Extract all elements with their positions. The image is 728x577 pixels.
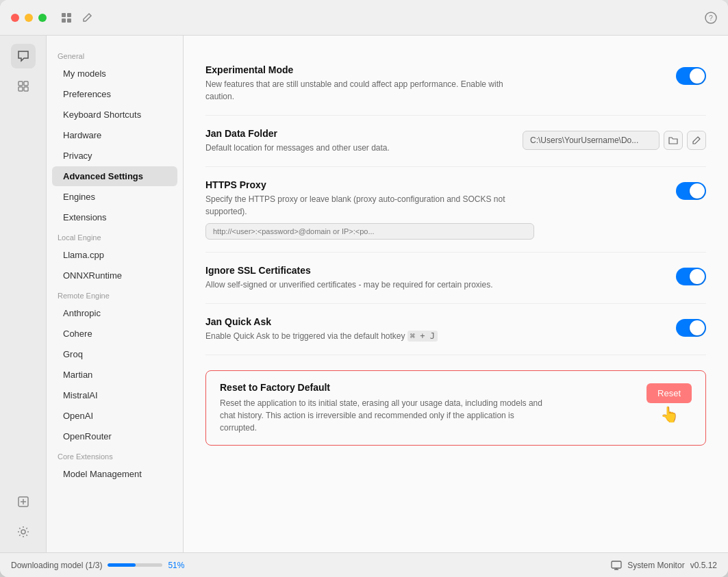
nav-item-keyboard-shortcuts[interactable]: Keyboard Shortcuts (52, 105, 177, 125)
reset-factory-button[interactable]: Reset (647, 383, 692, 403)
help-icon[interactable]: ? (705, 12, 717, 24)
https-proxy-control (676, 182, 706, 200)
content-area: Experimental Mode New features that are … (184, 36, 728, 552)
titlebar: ? (0, 0, 728, 36)
nav-item-my-models[interactable]: My models (52, 64, 177, 84)
svg-text:?: ? (709, 14, 713, 22)
close-button[interactable] (11, 14, 19, 22)
nav-item-privacy[interactable]: Privacy (52, 146, 177, 166)
svg-rect-0 (62, 13, 66, 17)
experimental-mode-info: Experimental Mode New features that are … (205, 64, 534, 103)
reset-factory-section: Reset to Factory Default Reset the appli… (205, 355, 706, 458)
cursor-hand-icon: 👆 (660, 406, 679, 424)
grid-sidebar-icon[interactable] (11, 74, 36, 99)
nav-item-cohere[interactable]: Cohere (52, 324, 177, 344)
monitor-icon (611, 560, 622, 571)
app-window: ? General My models (0, 0, 728, 577)
core-extensions-section-label: Core Extensions (47, 447, 183, 463)
nav-item-mistralai[interactable]: MistralAI (52, 385, 177, 405)
status-bar: Downloading model (1/3) 51% System Monit… (0, 552, 728, 577)
general-section-label: General (47, 47, 183, 63)
nav-item-model-management[interactable]: Model Management (52, 464, 177, 484)
jan-data-folder-desc: Default location for messages and other … (205, 142, 523, 154)
https-proxy-title: HTTPS Proxy (205, 179, 534, 190)
quick-ask-row: Jan Quick Ask Enable Quick Ask to be tri… (205, 304, 706, 355)
https-proxy-desc: Specify the HTTPS proxy or leave blank (… (205, 193, 534, 218)
ignore-ssl-control (676, 268, 706, 285)
nav-item-advanced-settings[interactable]: Advanced Settings (52, 166, 177, 186)
svg-rect-9 (24, 87, 28, 91)
grid-titlebar-icon[interactable] (60, 12, 73, 24)
svg-rect-2 (62, 18, 66, 23)
https-proxy-input[interactable]: http://<user>:<password>@domain or IP>:<… (205, 223, 534, 240)
quick-ask-hotkey: ⌘ + J (407, 331, 438, 342)
version-label: v0.5.12 (690, 561, 717, 570)
svg-rect-12 (612, 561, 621, 568)
https-proxy-toggle[interactable] (676, 182, 706, 200)
https-proxy-row: HTTPS Proxy Specify the HTTPS proxy or l… (205, 167, 706, 253)
experimental-mode-toggle[interactable] (676, 67, 706, 85)
reset-factory-info: Reset to Factory Default Reset the appli… (220, 382, 549, 434)
download-progress-container: Downloading model (1/3) 51% (11, 561, 184, 570)
folder-input-row: C:\Users\YourUsername\Do... (523, 131, 706, 150)
remote-engine-section-label: Remote Engine (47, 286, 183, 303)
left-sidebar (0, 36, 47, 552)
https-proxy-info: HTTPS Proxy Specify the HTTPS proxy or l… (205, 179, 534, 240)
ignore-ssl-toggle[interactable] (676, 268, 706, 285)
svg-rect-7 (24, 81, 28, 86)
experimental-mode-control (676, 67, 706, 85)
svg-rect-8 (18, 87, 23, 91)
settings-sidebar-icon[interactable] (11, 520, 36, 544)
status-right: System Monitor v0.5.12 (611, 560, 717, 571)
jan-data-folder-control: C:\Users\YourUsername\Do... (523, 131, 706, 150)
local-engine-section-label: Local Engine (47, 228, 183, 244)
maximize-button[interactable] (38, 14, 47, 22)
svg-rect-3 (67, 18, 71, 23)
quick-ask-control (676, 319, 706, 337)
nav-item-martian[interactable]: Martian (52, 365, 177, 385)
folder-browse-button[interactable] (664, 131, 683, 150)
jan-data-folder-info: Jan Data Folder Default location for mes… (205, 128, 523, 154)
experimental-mode-title: Experimental Mode (205, 64, 534, 75)
quick-ask-info: Jan Quick Ask Enable Quick Ask to be tri… (205, 316, 534, 342)
svg-rect-6 (18, 81, 23, 86)
nav-item-openrouter[interactable]: OpenRouter (52, 426, 177, 446)
reset-factory-box: Reset to Factory Default Reset the appli… (205, 370, 706, 446)
experimental-mode-row: Experimental Mode New features that are … (205, 52, 706, 116)
progress-pct-label: 51% (168, 561, 184, 570)
reset-factory-title: Reset to Factory Default (220, 382, 549, 393)
quick-ask-title: Jan Quick Ask (205, 316, 534, 327)
quick-ask-toggle[interactable] (676, 319, 706, 337)
chat-sidebar-icon[interactable] (11, 44, 36, 68)
experimental-mode-desc: New features that are still unstable and… (205, 78, 534, 103)
ignore-ssl-info: Ignore SSL Certificates Allow self-signe… (205, 265, 534, 291)
nav-item-openai[interactable]: OpenAI (52, 406, 177, 426)
reset-factory-desc: Reset the application to its initial sta… (220, 397, 549, 434)
nav-panel: General My models Preferences Keyboard S… (47, 36, 184, 552)
nav-item-llama-cpp[interactable]: Llama.cpp (52, 245, 177, 265)
progress-bar-background (108, 563, 162, 567)
ignore-ssl-row: Ignore SSL Certificates Allow self-signe… (205, 253, 706, 304)
jan-data-folder-title: Jan Data Folder (205, 128, 523, 139)
system-monitor-label[interactable]: System Monitor (627, 561, 684, 570)
reset-factory-control: Reset 👆 (647, 382, 692, 424)
progress-bar-fill (108, 563, 136, 567)
nav-item-extensions[interactable]: Extensions (52, 207, 177, 227)
nav-item-preferences[interactable]: Preferences (52, 84, 177, 104)
folder-path-input[interactable]: C:\Users\YourUsername\Do... (523, 131, 660, 150)
minimize-button[interactable] (25, 14, 33, 22)
download-label: Downloading model (1/3) (11, 561, 102, 570)
ignore-ssl-desc: Allow self-signed or unverified certific… (205, 279, 534, 291)
edit-titlebar-icon[interactable] (81, 12, 93, 24)
nav-item-engines[interactable]: Engines (52, 187, 177, 207)
folder-edit-button[interactable] (687, 131, 706, 150)
nav-item-onnxruntime[interactable]: ONNXRuntime (52, 266, 177, 285)
add-sidebar-icon[interactable] (11, 489, 36, 514)
nav-item-hardware[interactable]: Hardware (52, 125, 177, 145)
jan-data-folder-row: Jan Data Folder Default location for mes… (205, 116, 706, 167)
nav-item-anthropic[interactable]: Anthropic (52, 303, 177, 323)
svg-rect-1 (67, 13, 71, 17)
ignore-ssl-title: Ignore SSL Certificates (205, 265, 534, 276)
nav-item-groq[interactable]: Groq (52, 344, 177, 364)
quick-ask-desc: Enable Quick Ask to be triggered via the… (205, 330, 534, 342)
